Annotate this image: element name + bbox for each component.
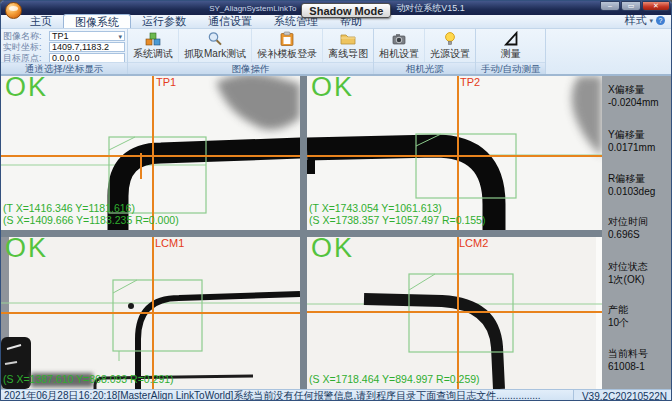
offline-map-button[interactable]: 离线导图 [322, 29, 373, 62]
group-caption: 通道选择/坐标显示 [1, 62, 127, 74]
grab-mark-test-button[interactable]: 抓取Mark测试 [178, 29, 251, 62]
menu-run-params[interactable]: 运行参数 [131, 14, 197, 28]
camera-label: TP1 [156, 76, 176, 88]
group-caption: 手动/自动测量 [476, 62, 545, 74]
button-label: 相机设置 [379, 47, 419, 61]
close-button[interactable]: ✕ [642, 1, 670, 11]
viewport-lcm2[interactable]: OK LCM2 (S X=1718.464 Y=894.997 R=0.259) [307, 237, 602, 389]
viewport-tp2[interactable]: OK TP2 (T X=1743.054 Y=1061.613) (S X=17… [307, 76, 602, 230]
menu-home[interactable]: 主页 [19, 14, 63, 28]
title-bar: SY_AliagnSystemLinkTo Shadow Mode 动对位系统V… [1, 1, 672, 15]
app-window: SY_AliagnSystemLinkTo Shadow Mode 动对位系统V… [0, 0, 672, 401]
r-offset-value: 0.0103deg [608, 186, 655, 199]
y-offset-item: Y偏移量 0.0171mm [608, 129, 655, 154]
align-time-label: 对位时间 [608, 216, 648, 229]
align-status-label: 对位状态 [608, 261, 648, 274]
light-settings-button[interactable]: 光源设置 [424, 29, 475, 62]
clipboard-icon [279, 30, 295, 47]
group-camera-light: 相机设置 光源设置 相机光源 [374, 29, 476, 74]
coord-line-s: (S X=1409.666 Y=1183.235 R=0.000) [3, 214, 179, 226]
status-ok: OK [311, 76, 354, 103]
capacity-item: 产能 10个 [608, 304, 629, 329]
window-title: SY_AliagnSystemLinkTo [209, 4, 296, 13]
group-channel-coords: 图像名称: TP1 ▾ 实时坐标: 1409.7,1183.2 目标原点: 0.… [1, 29, 128, 74]
camera-label: TP2 [460, 76, 480, 88]
chevron-down-icon: ▾ [649, 17, 653, 25]
magnifier-icon [207, 30, 223, 47]
app-logo-icon[interactable] [5, 2, 22, 19]
live-coord-value: 1409.7,1183.2 [52, 43, 109, 52]
x-offset-label: X偏移量 [608, 84, 659, 97]
menu-image-system[interactable]: 图像系统 [63, 14, 131, 28]
coord-line-s: (S X=1387.610 Y=868.093 R=0.291) [3, 373, 174, 385]
ruler-triangle-icon [503, 30, 519, 47]
camera-icon [391, 30, 407, 47]
part-number-value: 61008-1 [608, 361, 648, 374]
x-offset-value: -0.0204mm [608, 97, 659, 110]
coord-line-t: (T X=1416.346 Y=1181.616) [3, 202, 179, 214]
capacity-label: 产能 [608, 304, 629, 317]
button-label: 测量 [501, 47, 521, 61]
minimize-button[interactable]: – [600, 1, 620, 11]
image-name-value: TP1 [52, 32, 69, 41]
align-time-value: 0.696S [608, 229, 648, 242]
part-number-label: 当前料号 [608, 348, 648, 361]
live-coord-field[interactable]: 1409.7,1183.2 [49, 42, 125, 52]
result-sidebar: X偏移量 -0.0204mm Y偏移量 0.0171mm R偏移量 0.0103… [602, 76, 672, 389]
align-status-item: 对位状态 1次(OK) [608, 261, 648, 286]
version-label: V39.2C20210522N [573, 390, 672, 401]
folder-icon [340, 30, 356, 47]
align-time-item: 对位时间 0.696S [608, 216, 648, 241]
status-message: 2021年06月28日16:20:18[MasterAlign LinkToWo… [1, 389, 541, 401]
status-ok: OK [5, 76, 48, 103]
style-dropdown[interactable]: 样式 [624, 13, 646, 28]
status-bar: 2021年06月28日16:20:18[MasterAlign LinkToWo… [1, 389, 672, 401]
menu-comm-settings[interactable]: 通信设置 [197, 14, 263, 28]
measure-button[interactable]: 测量 [496, 29, 526, 62]
viewport-tp1[interactable]: OK TP1 (T X=1416.346 Y=1181.616) (S X=14… [1, 76, 300, 230]
status-ok: OK [5, 237, 48, 264]
chevron-down-icon: ▾ [118, 32, 122, 41]
camera-label: LCM1 [155, 237, 184, 249]
y-offset-label: Y偏移量 [608, 129, 655, 142]
ribbon: 图像名称: TP1 ▾ 实时坐标: 1409.7,1183.2 目标原点: 0.… [1, 29, 672, 76]
button-label: 抓取Mark测试 [184, 47, 246, 61]
button-label: 离线导图 [328, 47, 368, 61]
r-offset-item: R偏移量 0.0103deg [608, 173, 655, 198]
system-debug-button[interactable]: 系统调试 [128, 29, 178, 62]
help-icon[interactable]: ? [656, 16, 665, 25]
group-measure: 测量 手动/自动测量 [476, 29, 546, 74]
camera-label: LCM2 [459, 237, 488, 249]
part-number-item: 当前料号 61008-1 [608, 348, 648, 373]
r-offset-label: R偏移量 [608, 173, 655, 186]
coord-line-s: (S X=1738.357 Y=1057.497 R=0.155) [309, 214, 485, 226]
viewport-lcm1[interactable]: OK LCM1 (S X=1387.610 Y=868.093 R=0.291) [1, 237, 300, 389]
coord-line-s: (S X=1718.464 Y=894.997 R=0.259) [309, 373, 480, 385]
status-ok: OK [311, 237, 354, 264]
group-caption: 相机光源 [374, 62, 475, 74]
viewport-grid: OK TP1 (T X=1416.346 Y=1181.616) (S X=14… [1, 76, 672, 389]
cubes-icon [145, 30, 161, 47]
capacity-value: 10个 [608, 317, 629, 330]
backup-template-login-button[interactable]: 候补模板登录 [251, 29, 322, 62]
shadow-mode-badge: Shadow Mode [301, 3, 391, 18]
camera-settings-button[interactable]: 相机设置 [374, 29, 424, 62]
button-label: 候补模板登录 [257, 47, 317, 61]
y-offset-value: 0.0171mm [608, 142, 655, 155]
button-label: 系统调试 [133, 47, 173, 61]
coord-line-t: (T X=1743.054 Y=1061.613) [309, 202, 485, 214]
image-name-combo[interactable]: TP1 ▾ [49, 31, 125, 41]
window-title-suffix: 动对位系统V15.1 [396, 2, 465, 15]
maximize-button[interactable]: ▭ [621, 1, 641, 11]
group-caption: 图像操作 [128, 62, 373, 74]
button-label: 光源设置 [430, 47, 470, 61]
group-image-ops: 系统调试 抓取Mark测试 候补模板登录 离线导图 图像操作 [128, 29, 374, 74]
align-status-value: 1次(OK) [608, 274, 648, 287]
x-offset-item: X偏移量 -0.0204mm [608, 84, 659, 109]
bulb-icon [442, 30, 458, 47]
